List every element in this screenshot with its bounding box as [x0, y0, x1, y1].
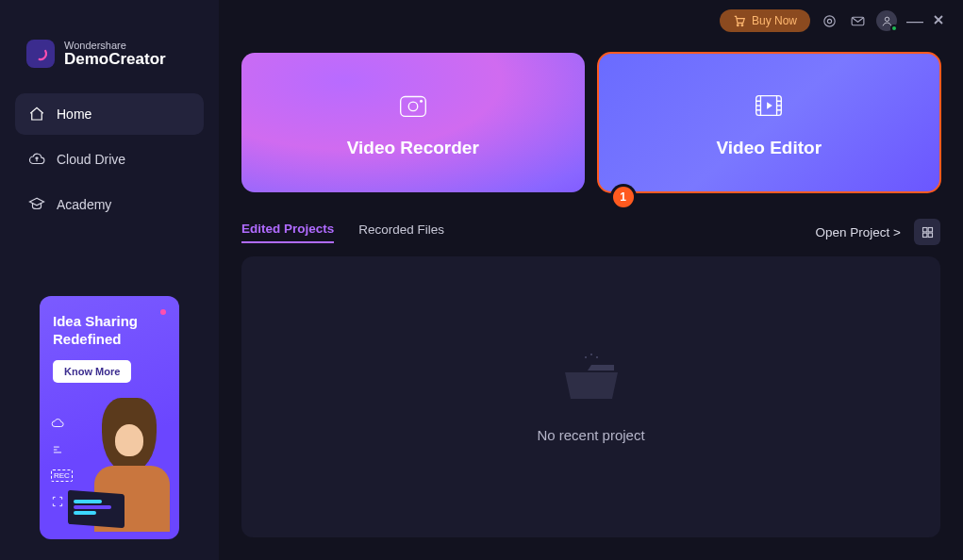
home-icon: [28, 106, 45, 123]
window-close-button[interactable]: [931, 12, 946, 29]
sidebar: Wondershare DemoCreator Home Cloud Drive…: [0, 0, 219, 560]
tab-recorded-files[interactable]: Recorded Files: [358, 222, 444, 242]
svg-point-0: [33, 46, 48, 61]
cloud-upload-icon: [28, 151, 45, 168]
projects-area: No recent project: [241, 256, 940, 537]
sidebar-item-academy[interactable]: Academy: [15, 184, 204, 225]
svg-point-1: [737, 25, 739, 26]
status-online-dot: [890, 25, 898, 32]
camera-record-icon: [394, 87, 432, 124]
svg-point-16: [590, 354, 592, 355]
video-recorder-label: Video Recorder: [347, 138, 479, 158]
open-project-link[interactable]: Open Project >: [816, 225, 901, 239]
svg-rect-12: [928, 227, 932, 231]
film-play-icon: [750, 87, 788, 124]
academy-icon: [28, 196, 45, 213]
promo-card[interactable]: Idea Sharing Redefined Know More REC: [40, 296, 179, 539]
tab-edited-projects[interactable]: Edited Projects: [241, 222, 334, 243]
svg-point-15: [585, 356, 587, 358]
cloud-icon: [51, 417, 64, 430]
cart-icon: [733, 14, 746, 27]
app-logo: Wondershare DemoCreator: [26, 40, 204, 69]
empty-state-message: No recent project: [537, 427, 644, 443]
svg-rect-14: [928, 233, 932, 237]
sidebar-item-label: Academy: [57, 197, 111, 212]
window-minimize-button[interactable]: —: [906, 17, 921, 25]
promo-illustration: [75, 398, 179, 539]
svg-rect-7: [400, 97, 425, 117]
promo-know-more-button[interactable]: Know More: [53, 360, 131, 383]
sliders-icon: [51, 443, 64, 456]
content: Video Recorder Video Editor 1 Edited Pro…: [219, 41, 963, 560]
sidebar-item-label: Home: [57, 107, 91, 122]
svg-rect-11: [922, 227, 926, 231]
view-grid-toggle[interactable]: [914, 219, 940, 245]
logo-mark-icon: [26, 40, 55, 68]
video-recorder-card[interactable]: Video Recorder: [241, 53, 585, 192]
svg-point-6: [885, 17, 888, 21]
svg-point-4: [827, 19, 831, 23]
brand-product: DemoCreator: [64, 51, 166, 69]
buy-now-label: Buy Now: [752, 14, 797, 27]
promo-title-line1: Idea Sharing: [53, 313, 166, 331]
grid-icon: [921, 225, 935, 239]
account-avatar[interactable]: [876, 10, 897, 31]
promo-indicator-dot: [160, 309, 166, 315]
rec-icon: REC: [51, 469, 73, 482]
mode-cards-row: Video Recorder Video Editor 1: [241, 53, 940, 192]
sidebar-item-home[interactable]: Home: [15, 93, 204, 135]
svg-point-8: [408, 102, 418, 111]
buy-now-button[interactable]: Buy Now: [720, 9, 810, 32]
promo-title-line2: Redefined: [53, 331, 166, 349]
main-area: Buy Now — Video Recorder: [219, 0, 963, 560]
video-editor-label: Video Editor: [716, 138, 822, 158]
svg-point-17: [596, 356, 598, 358]
sidebar-item-label: Cloud Drive: [57, 152, 125, 167]
titlebar: Buy Now —: [219, 0, 963, 41]
svg-point-2: [741, 25, 743, 26]
video-editor-step-badge: 1: [613, 187, 634, 207]
video-editor-card[interactable]: Video Editor 1: [598, 53, 941, 192]
settings-icon[interactable]: [820, 11, 838, 30]
projects-tab-row: Edited Projects Recorded Files Open Proj…: [241, 219, 940, 245]
svg-point-9: [420, 100, 423, 103]
empty-folder-icon: [559, 352, 623, 408]
sidebar-item-cloud-drive[interactable]: Cloud Drive: [15, 139, 204, 180]
svg-rect-13: [922, 233, 926, 237]
mail-icon[interactable]: [848, 11, 867, 30]
svg-point-3: [823, 15, 834, 25]
